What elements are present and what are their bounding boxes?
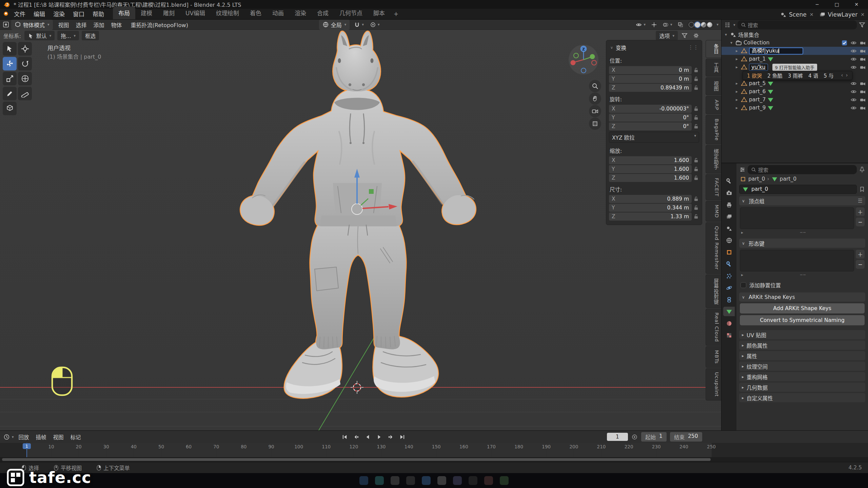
close-button[interactable]: ✕ xyxy=(848,1,865,8)
taskbar-app-icon[interactable] xyxy=(469,476,477,485)
collapsed-panel-2[interactable]: ▸属性 xyxy=(739,351,865,360)
number-field[interactable]: Z0° xyxy=(609,122,692,130)
lock-icon[interactable] xyxy=(694,124,699,129)
list-specials-icon[interactable]: ▸ xyxy=(741,230,743,235)
add-vertex-group-button[interactable]: ＋ xyxy=(856,207,865,216)
snap-magnet-icon[interactable]: ▾ xyxy=(352,21,366,29)
viewport-3d[interactable]: 坐标系: 默认 ▾ 拖... ▾ 框选 选项 xyxy=(0,30,721,430)
taskbar-app-icon[interactable] xyxy=(437,476,446,485)
properties-tab-world[interactable] xyxy=(723,236,735,245)
lock-icon[interactable] xyxy=(694,76,699,82)
outliner-row[interactable]: ▸part_7 xyxy=(722,96,868,104)
render-visibility-icon[interactable] xyxy=(860,40,866,46)
shading-solid-icon[interactable] xyxy=(695,22,700,27)
rename-field[interactable]: 高模f|yuku xyxy=(749,47,803,55)
ime-candidate-1[interactable]: 1 欲哭 xyxy=(747,72,762,79)
collapsed-panel-4[interactable]: ▸重构网格 xyxy=(739,372,865,381)
number-field[interactable]: Z1.600 xyxy=(609,174,692,182)
number-field[interactable]: Y1.600 xyxy=(609,165,692,173)
show-object-types-icon[interactable]: ▾ xyxy=(634,21,647,29)
frame-start-field[interactable]: 起始1 xyxy=(641,432,667,442)
outliner-item-label[interactable]: part_9 xyxy=(749,105,766,111)
frame-end-field[interactable]: 结束250 xyxy=(670,432,702,442)
properties-tab-tool[interactable] xyxy=(723,176,735,186)
timeline-menu-3[interactable]: 标记 xyxy=(67,433,84,442)
n-panel-tab-视图[interactable]: 视图 xyxy=(706,77,721,95)
properties-tab-particles[interactable] xyxy=(723,271,735,281)
number-field[interactable]: X0 m xyxy=(609,66,692,74)
taskbar-app-icon[interactable] xyxy=(375,476,384,485)
viewport-menu-1[interactable]: 选择 xyxy=(73,21,90,29)
play-back-button[interactable] xyxy=(362,432,373,441)
lock-icon[interactable] xyxy=(694,214,699,219)
current-frame-field[interactable]: 1 xyxy=(607,433,628,441)
navigation-gizmo[interactable]: Z xyxy=(568,44,599,75)
workspace-tab-着色[interactable]: 着色 xyxy=(244,6,267,19)
properties-tab-material[interactable] xyxy=(723,319,735,328)
pan-hand-button[interactable] xyxy=(589,93,601,105)
timeline-ruler[interactable]: 1020304050607080901001101201301401501601… xyxy=(0,443,868,457)
outliner-item-label[interactable]: 场景集合 xyxy=(738,31,759,38)
outliner-row[interactable]: ▸part_9 xyxy=(722,104,868,112)
timeline-editor-icon[interactable] xyxy=(3,434,10,440)
collapsed-panel-1[interactable]: ▸颜色属性 xyxy=(739,341,865,350)
lock-icon[interactable] xyxy=(694,205,699,210)
options-dropdown[interactable]: 选项 ▾ xyxy=(656,31,678,40)
remove-vertex-group-button[interactable]: − xyxy=(856,218,865,226)
workspace-tab-UV编辑[interactable]: UV编辑 xyxy=(180,6,211,19)
editor-type-icon[interactable] xyxy=(3,21,9,28)
outliner-row[interactable]: ▸yu'ku9 打开智能输入助手 xyxy=(722,63,868,71)
ime-next-page-icon[interactable]: › xyxy=(846,72,848,78)
shading-rendered-icon[interactable] xyxy=(707,22,712,27)
add-arkit-shape-keys-button[interactable]: Add ARKit Shape Keys xyxy=(740,303,865,313)
vertex-groups-list[interactable] xyxy=(740,207,854,229)
n-panel-tab-Real Cloud[interactable]: Real Cloud xyxy=(706,309,721,346)
outliner-row[interactable]: ▾Collection xyxy=(722,39,868,47)
resize-grip[interactable]: ┉┉ xyxy=(800,272,806,277)
tool-scale[interactable] xyxy=(3,72,17,85)
lock-icon[interactable] xyxy=(694,166,699,172)
camera-view-button[interactable] xyxy=(589,105,601,117)
n-panel-tab-MMD[interactable]: MMD xyxy=(706,201,721,222)
collapsed-panel-3[interactable]: ▸纹理空间 xyxy=(739,362,865,371)
preset-dropdown[interactable]: 默认 ▾ xyxy=(24,31,55,40)
hide-eye-icon[interactable] xyxy=(850,40,857,46)
convert-symmetrical-naming-button[interactable]: Convert to Symmetrical Naming xyxy=(740,315,865,325)
timeline-menu-1[interactable]: 插帧 xyxy=(33,433,50,442)
number-field[interactable]: X1.600 xyxy=(609,156,692,164)
tool-add-cube[interactable] xyxy=(3,102,17,115)
transform-panel-header[interactable]: ∨ 变换 ⋮⋮ xyxy=(609,42,699,54)
lock-icon[interactable] xyxy=(694,85,699,90)
hide-eye-icon[interactable] xyxy=(850,105,857,111)
workspace-tab-纹理绘制[interactable]: 纹理绘制 xyxy=(211,6,244,19)
properties-tab-output[interactable] xyxy=(723,200,735,209)
render-visibility-icon[interactable] xyxy=(860,97,866,103)
remove-shape-key-button[interactable]: − xyxy=(856,260,865,269)
workspace-tab-几何节点[interactable]: 几何节点 xyxy=(334,6,368,19)
outliner-item-label[interactable]: part_7 xyxy=(749,97,766,103)
scene-unlink-icon[interactable]: ✕ xyxy=(809,12,814,17)
render-visibility-icon[interactable] xyxy=(860,88,866,95)
outliner-row[interactable]: ▸part_6 xyxy=(722,87,868,96)
minimize-button[interactable]: ─ xyxy=(809,1,825,8)
play-button[interactable] xyxy=(374,432,384,441)
timeline-scrollbar-thumb[interactable] xyxy=(2,458,711,461)
tool-transform[interactable] xyxy=(18,72,32,85)
taskbar-app-icon[interactable] xyxy=(406,476,415,485)
properties-tab-modifiers[interactable] xyxy=(723,259,735,269)
lock-icon[interactable] xyxy=(694,115,699,120)
menu-1[interactable]: 编辑 xyxy=(29,9,49,19)
datablock-name-field[interactable]: part_0 xyxy=(739,185,857,194)
properties-tab-scene[interactable] xyxy=(723,224,735,233)
hide-eye-icon[interactable] xyxy=(850,80,857,87)
outliner-item-label[interactable]: part_5 xyxy=(749,80,766,86)
shape-keys-list[interactable] xyxy=(740,250,854,271)
n-panel-tab-工具[interactable]: 工具 xyxy=(706,59,721,77)
n-panel-tab-屏幕投射键[interactable]: 屏幕投射键 xyxy=(706,274,721,308)
workspace-tab-动画[interactable]: 动画 xyxy=(267,6,289,19)
viewport-menu-2[interactable]: 添加 xyxy=(90,21,108,29)
fake-user-icon[interactable] xyxy=(859,186,865,192)
outliner-item-label[interactable]: part_6 xyxy=(749,88,766,95)
mode-selector[interactable]: 物体模式 ▾ xyxy=(11,20,53,30)
number-field[interactable]: Z1.33 m xyxy=(609,212,692,221)
